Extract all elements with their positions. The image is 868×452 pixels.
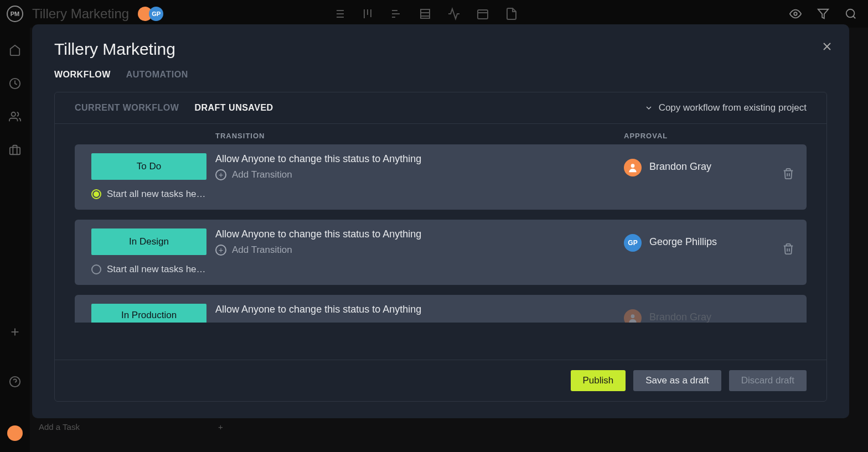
add-transition-button[interactable]: + Add Transition [215, 169, 624, 180]
list-view-icon[interactable] [332, 7, 345, 20]
svg-point-30 [631, 164, 635, 168]
approver-name: George Phillips [649, 234, 717, 248]
plus-circle-icon: + [215, 245, 226, 256]
tab-automation[interactable]: AUTOMATION [126, 70, 188, 80]
approval-col: Brandon Gray [624, 304, 807, 323]
search-icon[interactable] [845, 8, 857, 20]
svg-point-22 [12, 112, 16, 116]
sub-tabs: CURRENT WORKFLOW DRAFT UNSAVED Copy work… [55, 92, 826, 124]
add-transition-label: Add Transition [232, 245, 292, 256]
radio-label: Start all new tasks he… [107, 189, 208, 200]
workflow-rows: To Do Start all new tasks he… Allow Anyo… [55, 144, 826, 360]
save-draft-button[interactable]: Save as a draft [633, 370, 721, 391]
subtab-draft-unsaved[interactable]: DRAFT UNSAVED [194, 103, 273, 113]
add-transition-label: Add Transition [232, 169, 292, 180]
approval-col: Brandon Gray [624, 153, 807, 200]
columns-header: TRANSITION APPROVAL [55, 124, 826, 144]
transition-col: Allow Anyone to change this status to An… [215, 153, 624, 200]
transition-col: Allow Anyone to change this status to An… [215, 228, 624, 275]
eye-icon[interactable] [789, 8, 802, 20]
user-avatar[interactable] [7, 425, 23, 441]
status-chip[interactable]: To Do [91, 153, 206, 180]
approval-col: GP George Phillips [624, 228, 807, 275]
plus-icon: + [218, 422, 223, 432]
tab-workflow[interactable]: WORKFLOW [54, 70, 111, 80]
status-col: To Do Start all new tasks he… [75, 153, 215, 200]
plus-circle-icon: + [215, 169, 226, 180]
activity-icon[interactable] [447, 7, 461, 20]
start-tasks-radio[interactable]: Start all new tasks he… [91, 264, 215, 275]
col-transition-header: TRANSITION [215, 132, 624, 140]
approver-avatar[interactable] [624, 309, 642, 323]
header-actions [789, 8, 857, 20]
radio-icon [91, 189, 101, 199]
svg-rect-15 [478, 10, 488, 19]
workflow-panel: CURRENT WORKFLOW DRAFT UNSAVED Copy work… [54, 92, 827, 402]
team-icon[interactable] [9, 111, 21, 123]
transition-text: Allow Anyone to change this status to An… [215, 304, 624, 315]
sheet-view-icon[interactable] [418, 7, 432, 20]
project-title: Tillery Marketing [32, 6, 129, 22]
calendar-view-icon[interactable] [476, 7, 489, 20]
modal-tabs: WORKFLOW AUTOMATION [32, 59, 849, 80]
status-col: In Production [75, 304, 215, 323]
approver-avatar[interactable]: GP [624, 234, 642, 252]
workflow-row: In Production Allow Anyone to change thi… [75, 295, 807, 323]
svg-line-20 [853, 16, 855, 18]
help-icon[interactable] [9, 376, 21, 388]
modal-title: Tillery Marketing [54, 40, 827, 59]
workflow-row: To Do Start all new tasks he… Allow Anyo… [75, 144, 807, 210]
board-view-icon[interactable] [361, 7, 374, 20]
view-toolbar [332, 7, 518, 20]
workflow-row-partial: In Production Allow Anyone to change thi… [75, 295, 807, 323]
svg-point-31 [631, 314, 635, 318]
status-col: In Design Start all new tasks he… [75, 228, 215, 275]
avatar[interactable]: GP [149, 7, 163, 21]
transition-text: Allow Anyone to change this status to An… [215, 153, 624, 165]
close-icon[interactable] [820, 40, 834, 53]
svg-rect-23 [10, 147, 20, 154]
workflow-modal: Tillery Marketing WORKFLOW AUTOMATION CU… [32, 24, 849, 418]
logo[interactable]: PM [7, 6, 23, 22]
radio-icon [91, 264, 101, 274]
approver-name: Brandon Gray [649, 309, 711, 323]
svg-point-19 [846, 9, 855, 18]
status-chip[interactable]: In Production [91, 304, 206, 323]
gantt-view-icon[interactable] [390, 7, 403, 20]
transition-text: Allow Anyone to change this status to An… [215, 228, 624, 240]
subtab-current-workflow[interactable]: CURRENT WORKFLOW [75, 103, 179, 113]
copy-workflow-label: Copy workflow from existing project [659, 102, 807, 113]
radio-label: Start all new tasks he… [107, 264, 208, 275]
add-transition-button[interactable]: + Add Transition [215, 245, 624, 256]
recent-icon[interactable] [9, 77, 21, 90]
modal-header: Tillery Marketing [32, 24, 849, 59]
file-view-icon[interactable] [505, 7, 518, 20]
add-task-label: Add a Task [39, 422, 80, 432]
start-tasks-radio[interactable]: Start all new tasks he… [91, 189, 215, 200]
trash-icon[interactable] [782, 168, 794, 180]
discard-draft-button[interactable]: Discard draft [729, 370, 807, 391]
transition-col: Allow Anyone to change this status to An… [215, 304, 624, 323]
svg-point-17 [794, 12, 797, 15]
top-header: PM Tillery Marketing GP [0, 0, 868, 28]
modal-footer: Publish Save as a draft Discard draft [55, 360, 826, 401]
filter-icon[interactable] [817, 8, 829, 20]
approver-name: Brandon Gray [649, 159, 711, 173]
home-icon[interactable] [9, 44, 21, 56]
add-icon[interactable] [9, 326, 21, 338]
status-chip[interactable]: In Design [91, 228, 206, 255]
copy-workflow-link[interactable]: Copy workflow from existing project [644, 102, 807, 113]
svg-rect-12 [421, 9, 430, 18]
chevron-down-icon [644, 103, 653, 112]
left-rail [0, 28, 30, 452]
add-task-bar[interactable]: Add a Task + [39, 417, 868, 437]
workflow-row: In Design Start all new tasks he… Allow … [75, 220, 807, 285]
approver-avatar[interactable] [624, 159, 642, 176]
trash-icon[interactable] [782, 243, 794, 255]
briefcase-icon[interactable] [9, 144, 21, 156]
svg-marker-18 [818, 9, 828, 19]
col-approval-header: APPROVAL [624, 132, 807, 140]
avatar-stack: GP [138, 7, 163, 21]
publish-button[interactable]: Publish [571, 370, 626, 391]
